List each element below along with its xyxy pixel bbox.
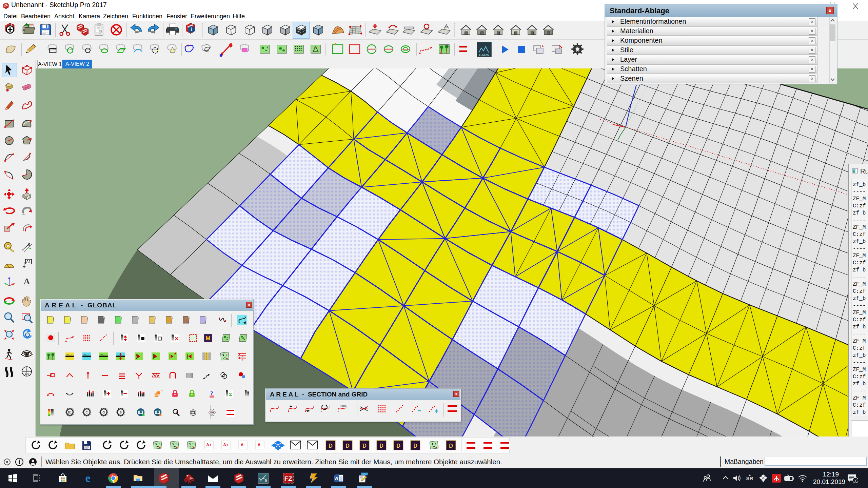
svg-text:D: D bbox=[449, 443, 453, 449]
svg-text:A+: A+ bbox=[223, 443, 229, 447]
svg-text:e: e bbox=[85, 473, 90, 484]
svg-text:A-: A- bbox=[258, 443, 262, 447]
svg-text:D: D bbox=[413, 443, 417, 449]
svg-text:7: 7 bbox=[854, 478, 857, 483]
svg-text:S: S bbox=[120, 410, 122, 414]
svg-text:C: C bbox=[86, 410, 88, 414]
svg-text:A-: A- bbox=[241, 443, 245, 447]
svg-text:?: ? bbox=[210, 390, 213, 396]
svg-text:P: P bbox=[161, 389, 163, 392]
svg-text:1: 1 bbox=[175, 410, 177, 413]
svg-text:0.00: 0.00 bbox=[340, 404, 346, 408]
svg-text:D: D bbox=[362, 443, 367, 449]
svg-text:SR: SR bbox=[746, 475, 753, 481]
svg-text:LUMION: LUMION bbox=[479, 54, 489, 57]
svg-text:W: W bbox=[334, 476, 338, 481]
svg-text:A+: A+ bbox=[206, 443, 212, 447]
svg-text:M: M bbox=[206, 335, 211, 342]
svg-text:D: D bbox=[396, 443, 400, 449]
svg-text:D: D bbox=[329, 443, 333, 449]
svg-text:G: G bbox=[102, 410, 105, 414]
svg-text:D: D bbox=[346, 443, 350, 449]
svg-text:i: i bbox=[191, 26, 192, 32]
svg-text:A1: A1 bbox=[26, 260, 31, 264]
svg-text:D: D bbox=[379, 443, 383, 449]
svg-text:B1: B1 bbox=[68, 410, 72, 414]
svg-text:9: 9 bbox=[265, 479, 267, 483]
svg-text:C: C bbox=[26, 368, 28, 371]
svg-text:64: 64 bbox=[190, 476, 193, 480]
svg-text:Σ: Σ bbox=[229, 392, 232, 397]
svg-text:3: 3 bbox=[28, 242, 30, 246]
svg-text:FZ: FZ bbox=[284, 475, 292, 482]
svg-text:A-S: A-S bbox=[25, 373, 29, 375]
